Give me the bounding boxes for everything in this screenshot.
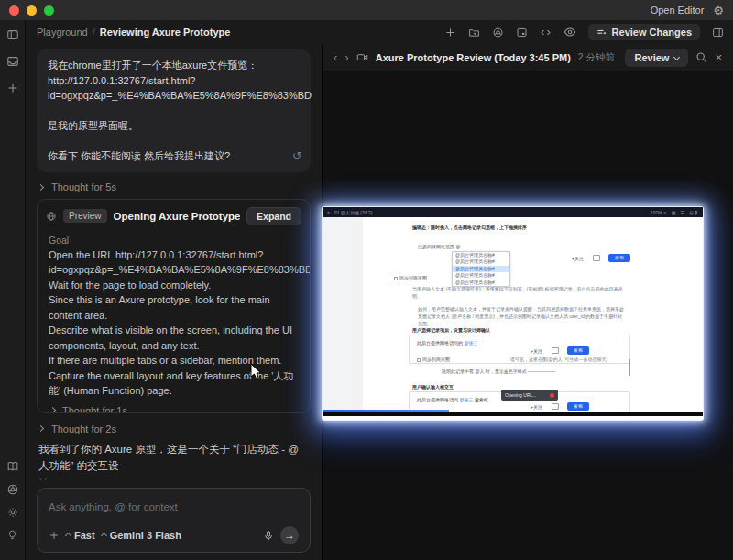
mic-icon[interactable] [263,530,274,542]
dropdown-option: @后台管理员名称# [453,252,509,258]
maximize-window-button[interactable] [44,5,54,16]
preview-header: ‹ › Axure Prototype Review (Today 3:45 P… [323,44,733,71]
review-changes-icon [596,27,607,38]
preview-badge: Preview [63,209,107,223]
axure-page: 编辑态：随时插入，点击网络记录勾选框，上下拖拽排序 已选四级网络范围 @ @后台… [323,217,703,416]
axure-image-icon [552,403,559,410]
open-folder-icon[interactable] [468,27,480,38]
axure-zoom-level: 100% ∨ [651,210,667,215]
retry-icon[interactable]: ↺ [292,148,301,164]
screen-recording-icon [356,51,368,63]
nav-forward-icon[interactable]: › [345,51,348,63]
search-icon[interactable] [695,51,707,63]
chevron-right-icon [38,183,44,190]
rail-settings-gear-icon[interactable] [6,506,19,519]
close-panel-icon[interactable]: × [715,50,722,64]
axure-browser-topbar: × 01 @人功能 (3/12) 100% ∨ ▦ ☰ 分享 [323,207,703,217]
send-button[interactable]: → [280,526,299,544]
axure-bottom-bar [323,412,703,416]
chevron-right-icon [38,425,44,432]
axure-publish-button: 发布 [567,402,589,411]
expand-button[interactable]: Expand [246,207,301,225]
mode-selector[interactable]: Fast [66,530,95,541]
nav-back-icon[interactable]: ‹ [334,51,337,63]
chevron-up-icon [65,532,71,538]
axure-publish-button: 发布 [608,254,630,262]
browser-icon[interactable] [6,483,19,496]
chevron-down-icon [673,54,680,60]
inbox-icon[interactable] [6,55,19,68]
dropdown-option: @后台管理员名称# [453,258,509,265]
review-changes-label: Review Changes [612,27,692,38]
window-controls [9,5,54,16]
axure-card-2: 此后台提供网络访问的 @张三 +关注 发布 同步到商家圈 谁可见，这里在图(@的… [409,335,630,364]
composer: Fast Gemini 3 Flash → [37,488,311,553]
chat-input[interactable] [49,501,299,512]
minimize-window-button[interactable] [27,5,37,16]
tool-run-title: Opening Axure Prototype Preview [114,211,240,222]
review-label: Review [634,52,669,63]
axure-field-label: 已选四级网络范围 @ [418,244,460,249]
axure-paragraph-1: 当用户输入文本 (不输入选项可见)，系统将以下识别等，(常标签) 根据管理记录，… [412,285,623,300]
titlebar: Open Editor ⚙ [0,0,733,20]
settings-gear-icon[interactable]: ⚙ [713,5,724,16]
axure-card-2-note: 谁可见，这里在图(@的人, 可生成一条动态聊天) [510,357,607,362]
dropdown-option: @后台管理员名称# [453,272,509,279]
model-selector[interactable]: Gemini 3 Flash [102,530,181,541]
review-dropdown-button[interactable]: Review [625,49,688,67]
user-message: 我在chrome里打开了一个本地axure文件预览： http://127.0.… [37,49,311,172]
preview-body: × 01 @人功能 (3/12) 100% ∨ ▦ ☰ 分享 [323,71,733,560]
left-rail [0,20,26,560]
app-window: Open Editor ⚙ Playgr [0,0,733,560]
chevron-right-icon [49,407,56,413]
open-editor-button[interactable]: Open Editor [651,5,705,16]
attach-plus-icon[interactable] [49,530,60,541]
preview-title: Axure Prototype Review (Today 3:45 PM) [376,52,571,63]
thought-row-bottom[interactable]: Thought for 2s [38,422,309,435]
thought-label: Thought for 5s [51,181,116,192]
axure-publish-button: 发布 [567,346,589,355]
thought-row-1[interactable]: Thought for 1s [49,402,299,414]
assistant-message-faded: 计 [37,474,311,480]
code-icon[interactable] [540,27,552,38]
review-changes-button[interactable]: Review Changes [588,24,700,40]
panel-right-icon[interactable] [712,27,724,38]
preview-panel: ‹ › Axure Prototype Review (Today 3:45 P… [323,44,733,560]
axure-screenshot[interactable]: × 01 @人功能 (3/12) 100% ∨ ▦ ☰ 分享 [323,207,703,420]
axure-tab-close-icon: × [327,210,330,215]
help-lightbulb-icon[interactable] [6,529,18,541]
axure-hint-text: 编辑态：随时插入，点击网络记录勾选框，上下拖拽排序 [412,225,527,230]
mouse-cursor [249,363,262,381]
browser-chrome-icon[interactable] [492,27,504,38]
axure-annotation: 说明此记录中有 @人 时，显示蓝色字样式 —————— [442,368,555,374]
axure-image-icon [552,347,559,354]
terminal-panel-icon[interactable] [516,27,528,38]
new-chat-plus-icon[interactable] [6,82,19,94]
axure-follow-link: +关注 [531,348,542,354]
thought-row-top[interactable]: Thought for 5s [38,181,309,194]
recording-dot [550,393,554,398]
new-tab-plus-icon[interactable] [444,27,456,38]
axure-follow-link: +关注 [572,256,584,261]
axure-mention-link: @张三 [464,340,477,346]
docs-book-icon[interactable] [6,460,19,473]
axure-dropdown: @后台管理员名称# @后台管理员名称# @后台管理员名称# @后台管理员名称# … [452,251,510,287]
axure-menu-icon: ☰ [681,210,684,215]
breadcrumb-current: Reviewing Axure Prototype [100,27,231,38]
axure-checkbox-row: 同步到商家圈 [417,357,450,362]
app-header: Playground / Reviewing Axure Prototype [26,20,733,44]
axure-section-heading-2: 用户选择记录项后，设置与设计师确认 [412,327,490,333]
axure-follow-link: +关注 [531,404,542,410]
preview-eye-icon[interactable] [563,26,576,38]
axure-section-heading-3: 用户确认输入框交互 [412,384,454,390]
breadcrumb-root[interactable]: Playground [37,27,88,38]
chat-panel: 我在chrome里打开了一个本地axure文件预览： http://127.0.… [26,44,323,560]
axure-callout-line [629,359,630,376]
sidebar-toggle-icon[interactable] [6,28,19,41]
model-label: Gemini 3 Flash [110,530,181,541]
axure-paragraph-2: 如何，用户完整确认输入文本，并留于记录条件确认提醒：当其四层选择数据下拉菜单系统… [418,305,625,327]
goal-label: Goal [49,235,299,246]
close-window-button[interactable] [9,5,19,16]
dropdown-option-selected: @后台管理员名称# [453,266,509,272]
axure-grid-icon: ▦ [672,210,676,215]
